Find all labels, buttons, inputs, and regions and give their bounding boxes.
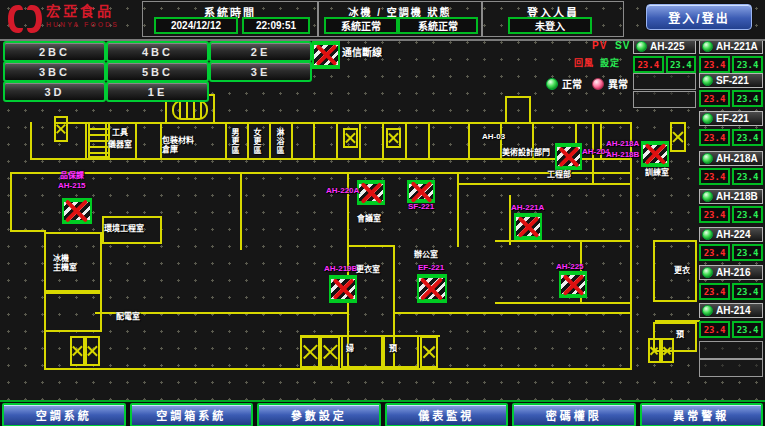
- unit-AH-224[interactable]: AH-224: [699, 227, 763, 242]
- unit-AH-225-values: 23.423.4: [633, 56, 696, 71]
- unit-pv-value: 23.4: [633, 56, 664, 73]
- map-label: EF-221: [418, 263, 444, 272]
- comm-fail-icon-AH-218[interactable]: [641, 141, 669, 167]
- map-label: AH-218B: [606, 150, 639, 159]
- floor-button-4BC[interactable]: 4BC: [106, 41, 209, 62]
- floor-button-3D[interactable]: 3D: [3, 81, 106, 102]
- unit-AH-221A-values: 23.423.4: [699, 56, 763, 71]
- comm-fail-icon-AH-225[interactable]: [559, 271, 587, 298]
- unit-pv-value: 23.4: [699, 321, 730, 338]
- unit-led-icon: [702, 75, 713, 86]
- map-label: 更衣室: [356, 265, 380, 274]
- map-label: 配電室: [116, 312, 140, 321]
- nav-button-密碼權限[interactable]: 密碼權限: [512, 403, 636, 426]
- unit-AH-218B[interactable]: AH-218B: [699, 189, 763, 204]
- map-label: AH-03: [482, 132, 505, 141]
- map-label: 工具: [112, 128, 128, 137]
- comm-fail-icon-EF-221[interactable]: [417, 274, 447, 303]
- map-label: 男更區: [230, 128, 239, 155]
- nav-button-空調系統[interactable]: 空調系統: [2, 403, 126, 426]
- shaft-x-icon: [386, 128, 401, 148]
- comm-fail-icon-AH-220A[interactable]: [357, 180, 385, 205]
- floor-button-1E[interactable]: 1E: [106, 81, 209, 102]
- map-wall: [225, 122, 227, 160]
- map-wall: [630, 122, 632, 370]
- unit-AH-224-values: 23.423.4: [699, 244, 763, 259]
- comm-fail-icon-AH-204[interactable]: [555, 143, 582, 170]
- unit-AH-216[interactable]: AH-216: [699, 265, 763, 280]
- unit-led-icon: [702, 191, 713, 202]
- normal-led-icon: [546, 78, 558, 90]
- unit-AH-218B-values: 23.423.4: [699, 206, 763, 221]
- map-label: 預: [676, 330, 684, 339]
- unit-led-icon: [636, 41, 647, 52]
- unit-pv-value: 23.4: [699, 168, 730, 185]
- map-label: 會議室: [357, 214, 381, 223]
- map-wall: [135, 122, 137, 160]
- map-wall: [269, 122, 271, 160]
- floor-button-3BC[interactable]: 3BC: [3, 61, 106, 82]
- shaft-x-icon: [300, 336, 320, 368]
- comm-fail-icon-AH-221A[interactable]: [514, 213, 542, 240]
- shaft-x-icon: [320, 336, 340, 368]
- stairs-icon: [88, 122, 110, 158]
- unit-AH-225[interactable]: AH-225: [633, 39, 696, 54]
- unit-SF-221[interactable]: SF-221: [699, 73, 763, 88]
- unit-AH-218A[interactable]: AH-218A: [699, 151, 763, 166]
- comm-fail-icon-SF-221[interactable]: [407, 180, 435, 203]
- map-wall: [10, 172, 632, 174]
- unit-sv-value: 23.4: [732, 56, 763, 73]
- unit-led-icon: [702, 153, 713, 164]
- map-wall: [457, 183, 632, 185]
- map-wall: [405, 122, 407, 160]
- map-wall: [10, 172, 12, 232]
- shaft-x-icon: [420, 336, 438, 368]
- map-wall: [240, 172, 242, 250]
- unit-name-label: AH-224: [716, 229, 750, 240]
- unit-AH-214[interactable]: AH-214: [699, 303, 763, 318]
- unit-name-label: AH-218B: [716, 191, 758, 202]
- unit-led-icon: [702, 229, 713, 240]
- unit-name-label: SF-221: [716, 75, 749, 86]
- hunya-logo-icon: [6, 3, 44, 35]
- login-logout-button[interactable]: 登入/登出: [646, 4, 752, 30]
- sv-header: SV: [615, 40, 630, 51]
- nav-button-異常警報[interactable]: 異常警報: [640, 403, 764, 426]
- pv-desc: 回風: [574, 56, 594, 69]
- comm-fail-icon-AH-219B[interactable]: [329, 275, 357, 303]
- map-wall: [382, 122, 384, 160]
- map-label: AH-225: [556, 262, 584, 271]
- map-room: [44, 292, 102, 332]
- unit-AH-221A[interactable]: AH-221A: [699, 39, 763, 54]
- map-wall: [495, 240, 630, 242]
- floor-button-2BC[interactable]: 2BC: [3, 41, 106, 62]
- unit-sv-value: 23.4: [732, 168, 763, 185]
- floor-button-3E[interactable]: 3E: [209, 61, 312, 82]
- system-date-value: 2024/12/12: [154, 17, 238, 34]
- unit-name-label: AH-218A: [716, 153, 758, 164]
- shaft-x-icon: [70, 336, 85, 366]
- floor-button-2E[interactable]: 2E: [209, 41, 312, 62]
- comm-fail-legend-label: 通信斷線: [342, 48, 382, 57]
- map-wall: [10, 230, 46, 232]
- unit-EF-221[interactable]: EF-221: [699, 111, 763, 126]
- top-bar: 宏亞食品 HUNYA FOODS 系統時間 2024/12/12 22:09:5…: [0, 0, 765, 41]
- unit-name-label: AH-214: [716, 305, 750, 316]
- nav-button-參數設定[interactable]: 參數設定: [257, 403, 381, 426]
- bottom-nav-bar: 空調系統空調箱系統參數設定儀表監視密碼權限異常警報: [0, 400, 765, 426]
- map-wall: [359, 122, 361, 160]
- map-wall: [44, 368, 632, 370]
- logo-text: 宏亞食品 HUNYA FOODS: [46, 5, 119, 31]
- floor-button-5BC[interactable]: 5BC: [106, 61, 209, 82]
- map-room: [505, 96, 531, 124]
- map-label: 淋浴區: [275, 128, 284, 155]
- unit-pv-value: 23.4: [699, 129, 730, 146]
- map-wall: [30, 158, 632, 160]
- nav-button-空調箱系統[interactable]: 空調箱系統: [130, 403, 254, 426]
- nav-button-儀表監視[interactable]: 儀表監視: [385, 403, 509, 426]
- unit-sv-value: 23.4: [732, 206, 763, 223]
- comm-fail-icon-AH-215[interactable]: [62, 198, 92, 224]
- map-label: 婦: [346, 344, 354, 353]
- unit-led-icon: [702, 305, 713, 316]
- unit-led-icon: [702, 267, 713, 278]
